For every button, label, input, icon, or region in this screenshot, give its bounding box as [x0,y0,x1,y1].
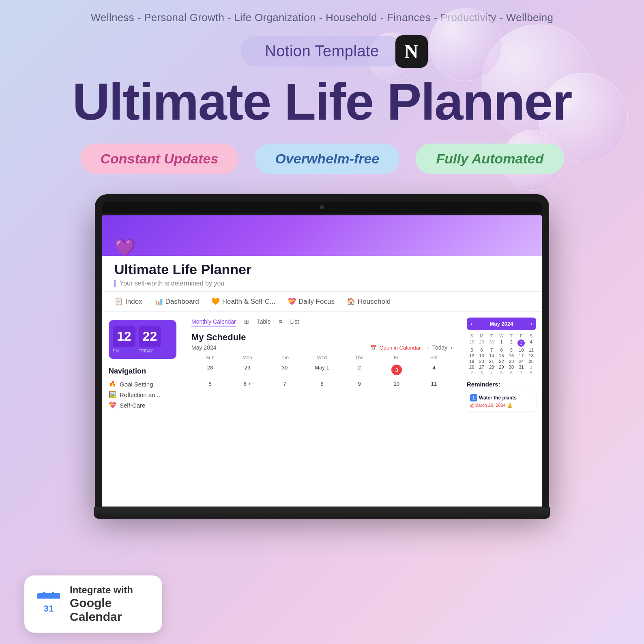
day-sun: Sun [191,355,229,361]
mini-cal-row-1: 282930 12 3 4 [467,339,536,347]
badge-fully-automated: Fully Automated [416,144,564,174]
health-icon: 🧡 [211,297,220,306]
next-arrow[interactable]: › [451,344,453,351]
cal-cell-5[interactable]: 5 [191,378,229,389]
clock-period: PM [113,349,135,353]
laptop-device: 💜 Ultimate Life Planner Your self-worth … [95,194,549,519]
tab-list[interactable]: List [290,318,299,326]
tab-monthly-calendar[interactable]: Monthly Calendar [191,318,236,326]
open-in-calendar-button[interactable]: 📅 Open in Calendar [370,345,421,351]
screen-body: 12 PM 22 FRIDAY Navigation 🔥 [102,312,542,507]
nav-health[interactable]: 🧡 Health & Self-C... [211,297,275,306]
cal-cell-7[interactable]: 7 [266,378,303,389]
calendar-week-1: 28 29 30 May 1 2 3 4 [191,362,453,378]
mini-cal-row-6: 234 5678 [467,370,536,375]
nav-goal-setting[interactable]: 🔥 Goal Setting [109,380,176,388]
day-fri: Fri [378,355,415,361]
google-calendar-card[interactable]: 31 Integrate with Google Calendar [24,575,162,633]
laptop-mockup: 💜 Ultimate Life Planner Your self-worth … [0,194,644,519]
badges-row: Constant Updates Overwhelm-free Fully Au… [0,144,644,174]
cal-cell-30[interactable]: 30 [266,362,303,378]
mini-cal-month-year: May 2024 [490,321,513,327]
svg-rect-3 [37,597,60,599]
cal-cell-11[interactable]: 11 [415,378,453,389]
cal-cell-4[interactable]: 4 [415,362,453,378]
cal-cell-9[interactable]: 9 [341,378,378,389]
laptop-camera-bar [102,202,542,213]
screen-header-gradient: 💜 [102,215,542,256]
cal-cell-6[interactable]: 6 + [229,378,266,389]
laptop-base [94,507,550,519]
screen-center-panel: Monthly Calendar ⊞ Table ≡ List My Sched… [183,312,461,507]
schedule-controls: May 2024 📅 Open in Calendar ‹ Today › [191,344,453,351]
cal-cell-29[interactable]: 29 [229,362,266,378]
notion-badge-label: Notion Template [265,43,379,60]
nav-dashboard[interactable]: 📊 Dashboard [155,297,199,306]
calendar-view-tabs: Monthly Calendar ⊞ Table ≡ List [191,318,453,326]
screen-subtitle: Your self-worth is determined by you [114,280,530,287]
nav-daily-focus[interactable]: 💝 Daily Focus [288,297,335,306]
laptop-frame: 💜 Ultimate Life Planner Your self-worth … [95,194,549,507]
top-categories-bar: Wellness - Personal Growth - Life Organi… [0,0,644,24]
nav-household[interactable]: 🏠 Household [347,297,391,306]
day-mon: Mon [229,355,266,361]
clock-day: FRIDAY [139,349,161,353]
screen-title-area: Ultimate Life Planner Your self-worth is… [102,256,542,292]
cal-cell-may1[interactable]: May 1 [303,362,341,378]
schedule-title: My Schedule [191,332,453,343]
laptop-screen: 💜 Ultimate Life Planner Your self-worth … [102,215,542,507]
google-calendar-text: Integrate with Google Calendar [70,584,151,624]
svg-rect-8 [52,592,54,597]
cal-cell-3-today[interactable]: 3 [378,362,415,378]
badge-overwhelm-free: Overwhelm-free [255,144,399,174]
mini-cal-row-3: 121314 15161718 [467,353,536,358]
clock-widget: 12 PM 22 FRIDAY [109,320,176,359]
cal-cell-10[interactable]: 10 [378,378,415,389]
household-icon: 🏠 [347,297,355,306]
nav-reflection[interactable]: 🖼️ Reflection an... [109,391,176,398]
screen-right-panel: ‹ May 2024 › SMT WTFS 282930 12 [461,312,542,507]
badge-constant-updates: Constant Updates [80,144,239,174]
cal-cell-28[interactable]: 28 [191,362,229,378]
daily-focus-icon: 💝 [288,297,296,306]
clock-minute: 22 [139,326,161,347]
integrate-text: Integrate with [70,584,151,596]
cal-cell-8[interactable]: 8 [303,378,341,389]
svg-rect-7 [43,592,45,597]
svg-rect-5 [37,599,60,601]
nav-index[interactable]: 📋 Index [114,297,142,306]
nav-section-title: Navigation [109,367,176,376]
cal-cell-2[interactable]: 2 [341,362,378,378]
notion-icon: N [395,35,428,68]
day-thu: Thu [341,355,378,361]
mini-cal-prev[interactable]: ‹ [471,321,472,327]
calendar-week-2: 5 6 + 7 8 9 10 11 [191,378,453,389]
today-navigation: ‹ Today › [427,344,453,351]
reminders-section: Reminders: 1 Water the plants @March 29,… [467,381,536,411]
laptop-camera [320,205,324,209]
main-title-text: Ultimate Life Planner [72,73,571,131]
main-title: Ultimate Life Planner [0,75,644,129]
dashboard-icon: 📊 [155,297,163,306]
day-sat: Sat [415,355,453,361]
today-button[interactable]: Today [432,344,447,351]
reminders-title: Reminders: [467,381,536,388]
notion-badge: Notion Template N [240,36,403,67]
heart-emoji: 💜 [114,238,135,258]
reminder-date: @March 29, 2024 🔔 [470,403,533,408]
index-icon: 📋 [114,297,123,306]
nav-self-care[interactable]: 💝 Self-Care [109,401,176,409]
notion-badge-wrapper: Notion Template N [0,36,644,67]
mini-cal-row-5: 262728 2930311 [467,365,536,369]
mini-cal-next[interactable]: › [530,321,532,327]
svg-text:31: 31 [44,603,54,614]
mini-calendar-header: ‹ May 2024 › [467,318,536,330]
clock-hour: 12 [113,326,135,347]
day-tue: Tue [266,355,303,361]
screen-app-title: Ultimate Life Planner [114,262,530,277]
goal-icon: 🔥 [109,380,116,388]
screen-nav-tabs: 📋 Index 📊 Dashboard 🧡 Health & Self-C...… [102,292,542,312]
prev-arrow[interactable]: ‹ [427,344,429,351]
calendar-days-header: Sun Mon Tue Wed Thu Fri Sat [191,355,453,361]
tab-table[interactable]: Table [257,318,270,326]
